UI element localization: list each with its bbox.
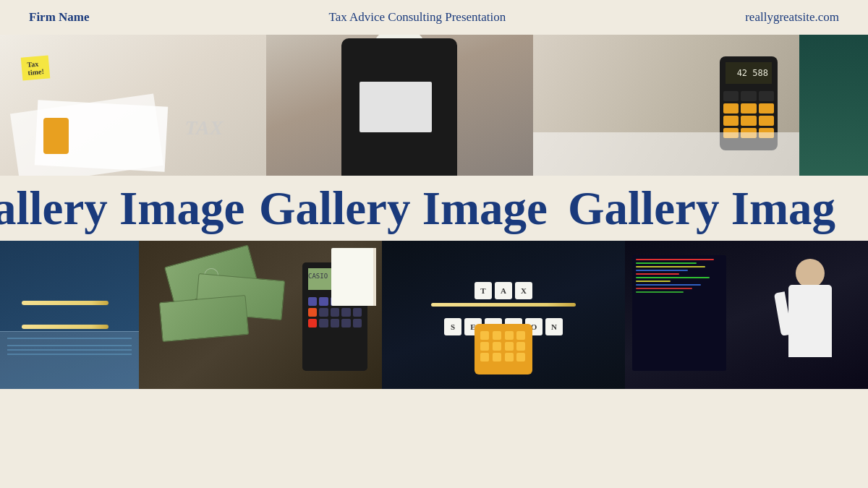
calc-btn — [516, 331, 525, 340]
casio-key — [353, 319, 362, 328]
orange-calculator-bottom — [475, 324, 532, 374]
website-url: reallygreatsite.com — [745, 10, 839, 25]
money-bill-3 — [159, 295, 249, 342]
bottom-image-1 — [0, 241, 139, 389]
calc-grid — [480, 331, 527, 361]
calc-btn — [759, 91, 774, 101]
tile-X: X — [515, 282, 532, 299]
person-arm — [774, 291, 792, 336]
chart-bar — [636, 291, 684, 293]
notebook — [331, 248, 375, 306]
gallery-label-left: allery Image — [0, 181, 253, 236]
firm-name: Firm Name — [29, 10, 90, 25]
casio-key — [308, 319, 317, 328]
calc-btn — [516, 342, 525, 351]
gallery-label-right: Gallery Imag — [553, 181, 868, 236]
screen-data-lines — [636, 259, 723, 367]
calc-btn — [759, 103, 774, 114]
doc-line — [7, 354, 132, 355]
casio-key — [319, 319, 328, 328]
tile-T: T — [475, 282, 492, 299]
chart-bar — [636, 288, 692, 289]
calc-btn — [480, 353, 489, 361]
pencil-bottom — [22, 325, 109, 329]
person-head — [796, 259, 825, 288]
doc-line — [7, 338, 132, 339]
calc-btn — [505, 331, 514, 340]
tax-label: TAX — [184, 116, 223, 140]
gallery-label-center: Gallery Image — [253, 181, 553, 236]
chart-line-blue — [636, 270, 688, 271]
tile-N: N — [545, 318, 563, 335]
calc-btn — [493, 353, 501, 361]
calc-btn — [723, 103, 739, 114]
monitor-screen — [632, 255, 726, 371]
top-image-1: Taxtime! TAX — [0, 35, 266, 176]
chart-line-yellow2 — [636, 281, 671, 282]
tile-A: A — [495, 282, 512, 299]
notebook-spine — [373, 248, 376, 306]
tax-sticky-note: Taxtime! — [21, 55, 51, 80]
papers-background — [533, 132, 799, 176]
calc-btn — [723, 91, 739, 101]
casio-brand: CASIO — [308, 273, 328, 280]
calc-btn — [505, 342, 514, 351]
orange-calculator — [43, 118, 69, 154]
casio-key — [319, 297, 328, 306]
gallery-text-row: allery Image Gallery Image Gallery Imag — [0, 176, 868, 241]
top-image-3: 42 588 — [533, 35, 799, 176]
casio-key — [341, 308, 350, 317]
casio-key — [353, 308, 362, 317]
calc-btn — [480, 331, 489, 340]
top-image-2 — [266, 35, 532, 176]
chart-line-red — [636, 259, 714, 260]
casio-key — [331, 319, 339, 328]
calc-btn — [493, 342, 501, 351]
pencil-horizontal — [431, 303, 576, 307]
calc-btn — [505, 353, 514, 361]
doc-line — [7, 345, 132, 346]
calc-btn — [741, 103, 756, 114]
header: Firm Name Tax Advice Consulting Presenta… — [0, 0, 868, 35]
top-image-4 — [799, 35, 868, 176]
person-body — [788, 285, 832, 357]
calc-btn — [741, 116, 756, 126]
chart-line-red2 — [636, 273, 679, 275]
bottom-image-3: T A X S E A S O N — [382, 241, 625, 389]
casio-key — [308, 297, 317, 306]
top-image-row: Taxtime! TAX 42 588 — [0, 35, 868, 176]
casio-key — [331, 308, 339, 317]
tax-tiles: T A X — [475, 282, 532, 299]
presentation-title: Tax Advice Consulting Presentation — [328, 10, 506, 25]
calc-btn — [493, 331, 501, 340]
calc-btn — [759, 116, 774, 126]
calc-btn — [480, 342, 489, 351]
casio-key — [319, 308, 328, 317]
chart-line-green — [636, 262, 697, 264]
calc-buttons — [723, 91, 774, 138]
calc-btn — [723, 116, 739, 126]
document-preview — [0, 331, 139, 389]
calc-btn — [516, 353, 525, 361]
calc-btn — [741, 91, 756, 101]
pencil-top — [22, 301, 109, 305]
casio-key-orange — [308, 308, 317, 317]
person-silhouette — [767, 259, 854, 389]
casio-key — [341, 319, 350, 328]
chart-line-blue2 — [636, 284, 701, 286]
papers-held — [359, 82, 432, 132]
bottom-image-4 — [625, 241, 868, 389]
tile-S: S — [444, 318, 461, 335]
chart-line-yellow — [636, 266, 705, 267]
calc-screen: 42 588 — [726, 62, 772, 84]
chart-line-green2 — [636, 277, 710, 278]
bottom-image-row: CASIO — [0, 241, 868, 389]
bottom-image-2: CASIO — [139, 241, 382, 389]
doc-line — [7, 349, 132, 351]
